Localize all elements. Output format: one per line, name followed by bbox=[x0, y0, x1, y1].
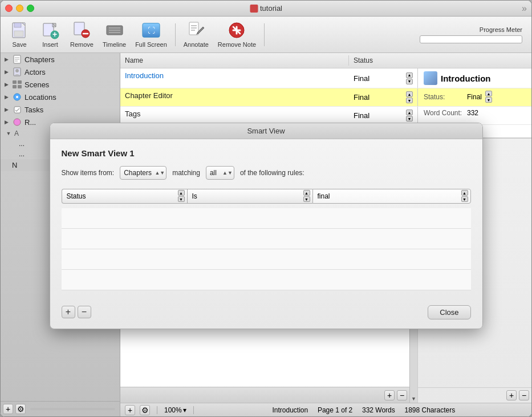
rule-op-down[interactable]: ▼ bbox=[303, 196, 310, 202]
chapters-triangle-icon[interactable] bbox=[3, 56, 10, 63]
remove-rule-button[interactable]: − bbox=[78, 306, 91, 318]
table-row[interactable]: Introduction Final ▲ ▼ Introduction bbox=[120, 68, 531, 88]
annotate-button[interactable]: Annotate bbox=[180, 19, 212, 50]
right-panel-add[interactable]: + bbox=[506, 390, 517, 400]
progress-bar bbox=[420, 35, 522, 43]
scenes-icon bbox=[13, 80, 22, 89]
row-status-introduction: Final ▲ ▼ bbox=[349, 68, 417, 88]
sidebar-settings-button[interactable]: ⚙ bbox=[15, 404, 26, 414]
svg-rect-37 bbox=[18, 85, 22, 88]
stepper-up-1[interactable]: ▲ bbox=[406, 91, 413, 97]
zoom-value[interactable]: 100% bbox=[164, 406, 182, 414]
svg-point-33 bbox=[15, 69, 19, 72]
chapters-label: Chapters bbox=[25, 55, 55, 64]
stepper-down-0[interactable]: ▼ bbox=[406, 79, 413, 84]
row-name-tags[interactable]: Tags bbox=[120, 107, 349, 124]
save-button[interactable]: Save bbox=[5, 19, 34, 50]
empty-rule-row-3 bbox=[62, 249, 471, 270]
app-icon bbox=[250, 5, 258, 13]
rule-field-selector[interactable]: Status ▲ ▼ bbox=[62, 189, 187, 204]
right-panel-title-cell: Introduction bbox=[417, 68, 531, 88]
status-char-count: 1898 Characters bbox=[404, 406, 455, 414]
stepper-down-1[interactable]: ▼ bbox=[406, 98, 413, 103]
scrollbar-bottom[interactable]: ▼ bbox=[410, 395, 417, 403]
insert-button[interactable]: + Insert bbox=[36, 19, 64, 50]
subsection-a-triangle[interactable] bbox=[5, 130, 12, 137]
fullscreen-button[interactable]: ⛶ Full Screen bbox=[132, 19, 170, 50]
actors-triangle-icon[interactable] bbox=[3, 68, 10, 75]
insert-label: Insert bbox=[42, 41, 58, 48]
stepper-down-2[interactable]: ▼ bbox=[406, 116, 413, 122]
status-word-count: 332 Words bbox=[362, 406, 395, 414]
actors-icon bbox=[13, 67, 22, 76]
rule-value-up[interactable]: ▲ bbox=[461, 190, 468, 196]
rule-op-up[interactable]: ▲ bbox=[303, 190, 310, 196]
sidebar-add-button[interactable]: + bbox=[3, 404, 13, 414]
matching-select[interactable]: all any bbox=[206, 166, 234, 180]
window-title: tutorial bbox=[260, 4, 282, 13]
zoom-out-button[interactable]: − bbox=[397, 390, 407, 400]
toolbar-sep-1 bbox=[175, 23, 176, 46]
remove-button[interactable]: Remove bbox=[67, 19, 97, 50]
sidebar-item-scenes[interactable]: Scenes bbox=[1, 78, 120, 91]
stepper-up-0[interactable]: ▲ bbox=[406, 72, 413, 78]
subsection-a-label: A bbox=[14, 129, 19, 137]
rule-op-selector[interactable]: Is ▲ ▼ bbox=[187, 189, 312, 204]
col-header-name: Name bbox=[120, 55, 349, 66]
tasks-triangle-icon[interactable] bbox=[3, 106, 10, 113]
rule-value-stepper[interactable]: ▲ ▼ bbox=[461, 190, 468, 202]
table-row[interactable]: Chapter Editor Final ▲ ▼ Status: Final bbox=[120, 88, 531, 107]
status-stepper-0[interactable]: ▲ ▼ bbox=[406, 72, 413, 84]
status-stepper-1[interactable]: ▲ ▼ bbox=[406, 91, 413, 103]
close-button[interactable] bbox=[5, 5, 13, 12]
chapter-name-status: Introduction Page 1 of 2 332 Words 1898 … bbox=[201, 406, 527, 414]
rule-field-stepper[interactable]: ▲ ▼ bbox=[178, 190, 185, 202]
locations-label: Locations bbox=[25, 93, 56, 102]
sidebar-item-locations[interactable]: Locations bbox=[1, 91, 120, 103]
modal-heading: New Smart View 1 bbox=[62, 148, 471, 158]
rule-value-text[interactable]: final bbox=[318, 192, 330, 200]
row-name-introduction[interactable]: Introduction bbox=[120, 68, 349, 88]
rule-value-input[interactable]: final ▲ ▼ bbox=[312, 189, 471, 204]
zoom-in-button[interactable]: + bbox=[384, 390, 395, 400]
remove-note-button[interactable]: Remove Note bbox=[214, 19, 259, 50]
stepper-up-2[interactable]: ▲ bbox=[406, 110, 413, 115]
expand-icon[interactable]: » bbox=[522, 3, 527, 14]
add-rule-button[interactable]: + bbox=[62, 306, 75, 318]
show-items-label: Show items from: bbox=[62, 169, 115, 177]
right-panel-remove[interactable]: − bbox=[519, 390, 529, 400]
status-divider-2 bbox=[193, 406, 194, 414]
research-triangle-icon[interactable] bbox=[3, 119, 10, 125]
smart-view-modal: Smart View New Smart View 1 Show items f… bbox=[50, 123, 483, 329]
row-name-chapter-editor[interactable]: Chapter Editor bbox=[120, 88, 349, 106]
sidebar-item-actors[interactable]: Actors bbox=[1, 66, 120, 78]
modal-title: Smart View bbox=[247, 127, 285, 135]
status-divider-dot bbox=[310, 406, 318, 414]
scenes-triangle-icon[interactable] bbox=[3, 81, 10, 88]
rule-value-down[interactable]: ▼ bbox=[461, 196, 468, 202]
research-icon bbox=[13, 118, 22, 127]
svg-rect-2 bbox=[14, 31, 23, 37]
rule-op-stepper[interactable]: ▲ ▼ bbox=[303, 190, 310, 202]
rule-field-up[interactable]: ▲ bbox=[178, 190, 185, 196]
sidebar-toggle-button[interactable]: + bbox=[125, 405, 135, 415]
window-title-area: tutorial bbox=[250, 4, 282, 13]
fullscreen-icon: ⛶ bbox=[142, 21, 160, 39]
svg-point-41 bbox=[14, 119, 21, 125]
sidebar-item-tasks[interactable]: Tasks bbox=[1, 103, 120, 116]
locations-triangle-icon[interactable] bbox=[3, 94, 10, 100]
settings-button[interactable]: ⚙ bbox=[140, 405, 150, 415]
scenes-label: Scenes bbox=[25, 80, 49, 89]
maximize-button[interactable] bbox=[27, 5, 34, 12]
modal-title-bar: Smart View bbox=[50, 123, 482, 139]
close-button[interactable]: Close bbox=[428, 305, 470, 319]
rule-field-down[interactable]: ▼ bbox=[178, 196, 185, 202]
status-stepper-2[interactable]: ▲ ▼ bbox=[406, 110, 413, 122]
sidebar-item-chapters[interactable]: Chapters bbox=[1, 53, 120, 66]
minimize-button[interactable] bbox=[16, 5, 23, 12]
timeline-button[interactable]: Timeline bbox=[99, 19, 129, 50]
status-chapter-name: Introduction bbox=[273, 406, 308, 414]
right-panel-status-stepper[interactable]: ▲ ▼ bbox=[485, 91, 492, 103]
zoom-arrow-icon[interactable]: ▾ bbox=[183, 406, 186, 414]
show-items-select[interactable]: Chapters Actors Scenes Locations Tasks bbox=[120, 166, 166, 180]
